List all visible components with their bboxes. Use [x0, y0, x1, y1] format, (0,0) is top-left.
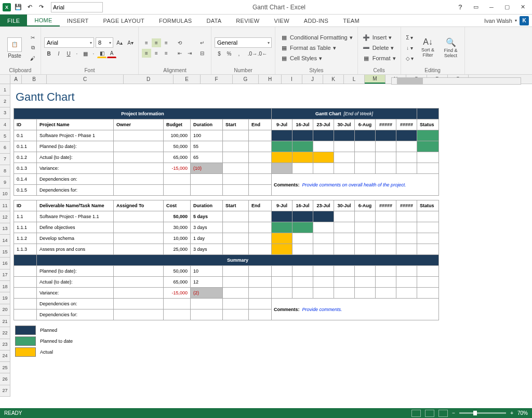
italic-icon[interactable]: I: [54, 49, 63, 58]
find-icon: 🔍: [446, 37, 456, 47]
styles-group-label: Styles: [278, 67, 354, 74]
align-left-icon[interactable]: ≡: [142, 49, 151, 58]
tab-formulas[interactable]: FORMULAS: [152, 15, 200, 26]
tab-page-layout[interactable]: PAGE LAYOUT: [96, 15, 152, 26]
undo-icon[interactable]: ↶: [25, 3, 34, 12]
increase-indent-icon[interactable]: ⇥: [185, 49, 194, 58]
font-name-combo[interactable]: Arial: [44, 37, 94, 48]
align-right-icon[interactable]: ≡: [162, 49, 171, 58]
sort-filter-button[interactable]: A↓ Sort & Filter: [418, 31, 438, 64]
orientation-icon[interactable]: ⟲: [175, 38, 184, 47]
save-icon[interactable]: 💾: [14, 3, 23, 12]
currency-icon[interactable]: $: [215, 49, 224, 58]
copy-icon[interactable]: ⧉: [28, 44, 37, 52]
conditional-formatting-button[interactable]: ▦Conditional Formatting ▾: [278, 33, 354, 42]
gantt-table-2[interactable]: IDDeliverable Name/Task NameAssigned ToC…: [14, 200, 439, 320]
autosum-icon[interactable]: Σ ▾: [404, 33, 416, 42]
redo-icon[interactable]: ↷: [36, 3, 46, 12]
horizontal-scrollbar[interactable]: [391, 77, 521, 85]
fill-color-icon[interactable]: ◧: [97, 49, 107, 58]
format-cells-button[interactable]: ▦Format ▾: [361, 54, 397, 63]
gantt-title: Gantt Chart: [14, 84, 529, 108]
sort-icon: A↓: [423, 37, 433, 47]
maximize-button[interactable]: ▢: [500, 2, 514, 12]
font-group-label: Font: [44, 67, 135, 74]
cell-styles-button[interactable]: ▦Cell Styles ▾: [278, 54, 354, 63]
zoom-level[interactable]: 70%: [517, 410, 528, 416]
titlebar: X 💾 ↶ ↷ Arial Gantt Chart - Excel ? ▭ ─ …: [0, 0, 532, 15]
zoom-slider[interactable]: [459, 412, 506, 414]
qat-font-combo[interactable]: Arial: [51, 2, 103, 12]
minimize-button[interactable]: ─: [484, 2, 499, 12]
underline-icon[interactable]: U: [64, 49, 73, 58]
worksheet: ABCDEFGHIJKLMNOPQ 1234567891011121314151…: [0, 75, 532, 397]
ribbon: 📋 Paste ✂ ⧉ 🖌 Clipboard Arial 8 A▴ A▾ B: [0, 27, 532, 75]
clipboard-group-label: Clipboard: [3, 67, 37, 74]
clipboard-icon: 📋: [7, 37, 22, 52]
tab-home[interactable]: HOME: [27, 15, 59, 26]
clear-icon[interactable]: ◇ ▾: [404, 54, 416, 63]
user-avatar[interactable]: K: [520, 16, 529, 25]
merge-center-icon[interactable]: ⊟: [196, 49, 208, 58]
grid[interactable]: Gantt Chart Project InformationGantt Cha…: [10, 84, 532, 397]
tab-review[interactable]: REVIEW: [229, 15, 267, 26]
tab-insert[interactable]: INSERT: [60, 15, 96, 26]
increase-decimal-icon[interactable]: .0→: [248, 49, 257, 58]
align-center-icon[interactable]: ≡: [152, 49, 161, 58]
align-middle-icon[interactable]: ≡: [152, 38, 161, 47]
number-group-label: Number: [215, 67, 272, 74]
align-top-icon[interactable]: ≡: [142, 38, 151, 47]
format-painter-icon[interactable]: 🖌: [28, 54, 37, 63]
window-title: Gantt Chart - Excel: [105, 4, 453, 11]
borders-icon[interactable]: ▦: [81, 49, 90, 58]
wrap-text-icon[interactable]: ↵: [196, 38, 208, 47]
increase-font-icon[interactable]: A▴: [115, 38, 124, 47]
font-size-combo[interactable]: 8: [96, 37, 113, 48]
cells-group-label: Cells: [361, 67, 397, 74]
paste-button[interactable]: 📋 Paste: [3, 31, 26, 64]
decrease-decimal-icon[interactable]: .0←: [258, 49, 267, 58]
decrease-font-icon[interactable]: A▾: [126, 38, 135, 47]
font-color-icon[interactable]: A: [107, 49, 116, 58]
align-bottom-icon[interactable]: ≡: [162, 38, 171, 47]
page-break-view-button[interactable]: [438, 410, 448, 417]
row-headers[interactable]: 1234567891011121314151617181920212223242…: [0, 84, 10, 397]
tab-view[interactable]: VIEW: [267, 15, 297, 26]
ribbon-tabs: FILE HOME INSERT PAGE LAYOUT FORMULAS DA…: [0, 15, 532, 27]
percent-icon[interactable]: %: [224, 49, 234, 58]
tab-team[interactable]: TEAM: [336, 15, 367, 26]
decrease-indent-icon[interactable]: ⇤: [175, 49, 184, 58]
bold-icon[interactable]: B: [44, 49, 54, 58]
help-icon[interactable]: ?: [453, 2, 468, 12]
excel-icon: X: [2, 3, 11, 12]
number-format-combo[interactable]: General: [215, 37, 272, 48]
tab-file[interactable]: FILE: [0, 15, 27, 26]
comma-icon[interactable]: ,: [234, 49, 244, 58]
zoom-in-button[interactable]: +: [510, 410, 513, 416]
insert-cells-button[interactable]: ➕Insert ▾: [361, 33, 397, 42]
gantt-table-1[interactable]: Project InformationGantt Chart [End of W…: [14, 108, 439, 196]
zoom-out-button[interactable]: −: [452, 410, 455, 416]
tab-data[interactable]: DATA: [199, 15, 229, 26]
cut-icon[interactable]: ✂: [28, 33, 37, 42]
fill-icon[interactable]: ↓ ▾: [404, 44, 416, 52]
close-button[interactable]: ✕: [515, 2, 530, 12]
status-ready: READY: [4, 410, 22, 416]
delete-cells-button[interactable]: ➖Delete ▾: [361, 44, 397, 52]
ribbon-collapse-icon[interactable]: ▭: [469, 2, 483, 12]
editing-group-label: Editing: [404, 67, 461, 74]
statusbar: READY − + 70%: [0, 408, 532, 418]
find-select-button[interactable]: 🔍 Find & Select: [441, 31, 461, 64]
legend: PlannedPlanned to dateActual: [14, 325, 115, 357]
tab-addins[interactable]: ADD-INS: [297, 15, 336, 26]
user-name[interactable]: Ivan Walsh: [484, 18, 512, 24]
format-as-table-button[interactable]: ▦Format as Table ▾: [278, 44, 354, 52]
page-layout-view-button[interactable]: [425, 410, 434, 417]
alignment-group-label: Alignment: [142, 67, 208, 74]
normal-view-button[interactable]: [411, 410, 421, 417]
